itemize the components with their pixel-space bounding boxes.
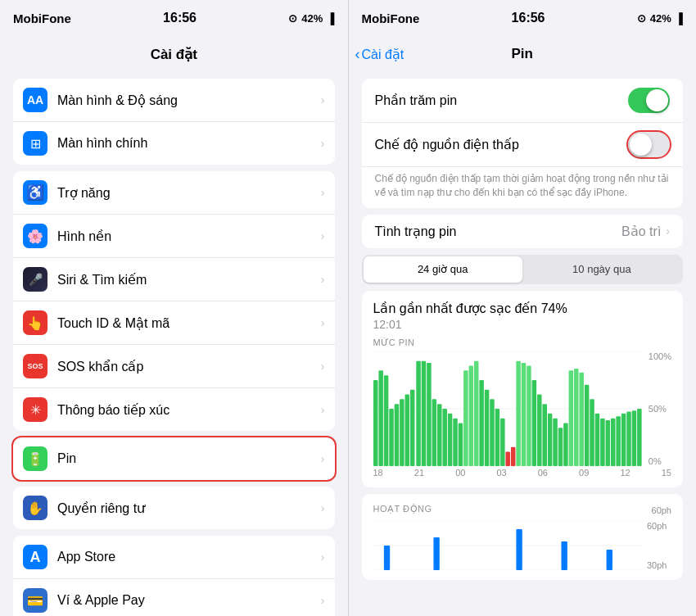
right-battery: 42% (650, 12, 671, 25)
settings-section-misc: ♿ Trợ năng › 🌸 Hình nền › 🎤 Siri & Tìm k… (13, 171, 335, 431)
left-time: 16:56 (163, 11, 197, 25)
chart-label: MỨC PIN (373, 337, 672, 348)
settings-item-man-hinh-do-sang[interactable]: AA Màn hình & Độ sáng › (13, 79, 335, 122)
chart-y-100: 100% (649, 351, 671, 361)
touch-id-label: Touch ID & Mật mã (57, 315, 321, 331)
svg-rect-20 (463, 370, 468, 466)
hoat-dong-header: HOẠT ĐỘNG 60ph (373, 504, 672, 518)
tinh-trang-chevron: › (666, 224, 670, 238)
svg-rect-33 (531, 380, 536, 466)
svg-rect-30 (516, 360, 521, 465)
hoat-dong-chart-container: 60ph 30ph (373, 521, 672, 570)
svg-rect-47 (605, 420, 610, 466)
left-battery-icon: ▐ (327, 12, 334, 25)
settings-item-siri[interactable]: 🎤 Siri & Tìm kiếm › (13, 258, 335, 301)
left-battery-area: ⊙ 42% ▐ (288, 12, 334, 25)
svg-rect-46 (600, 418, 605, 465)
settings-item-pin[interactable]: 🔋 Pin › (13, 437, 335, 480)
svg-rect-29 (510, 446, 515, 465)
chevron-icon: › (321, 93, 325, 106)
x-label-21: 21 (414, 468, 424, 478)
chevron-icon: › (321, 403, 325, 416)
hoat-dong-y-labels: 60ph 30ph (647, 521, 671, 570)
svg-rect-50 (621, 413, 626, 465)
svg-rect-43 (584, 384, 589, 465)
svg-rect-22 (473, 360, 478, 465)
settings-item-app-store[interactable]: A App Store › (13, 536, 335, 579)
svg-rect-39 (563, 423, 568, 466)
x-label-18: 18 (373, 468, 383, 478)
hoat-dong-label: HOẠT ĐỘNG (373, 504, 432, 514)
svg-rect-17 (447, 413, 452, 465)
chart-x-labels: 18 21 00 03 06 09 12 15 (373, 466, 672, 478)
hinh-nen-label: Hình nền (57, 229, 321, 244)
svg-rect-19 (458, 423, 463, 466)
quyen-rieng-tu-label: Quyền riêng tư (57, 500, 321, 516)
settings-item-vi-apple-pay[interactable]: 💳 Ví & Apple Pay › (13, 579, 335, 616)
che-do-label: Chế độ nguồn điện thấp (375, 137, 629, 152)
svg-rect-9 (404, 394, 409, 466)
back-label: Cài đặt (362, 47, 404, 62)
man-hinh-do-sang-label: Màn hình & Độ sáng (57, 93, 321, 108)
settings-section-store: A App Store › 💳 Ví & Apple Pay › (13, 536, 335, 616)
tab-10ngay[interactable]: 10 ngày qua (522, 256, 681, 283)
che-do-toggle[interactable] (628, 132, 670, 157)
charge-time: 12:01 (373, 318, 672, 331)
svg-rect-11 (416, 360, 421, 465)
hoat-dong-right-label: 60ph (652, 505, 671, 515)
toggles-section: Phần trăm pin Chế độ nguồn điện thấp Chế… (362, 79, 684, 208)
battery-chart-svg: ⚡ ⚡ (373, 351, 644, 466)
hoat-dong-svg (373, 521, 644, 570)
battery-chart-area: ⚡ ⚡ (373, 351, 644, 466)
man-hinh-chinh-label: Màn hình chính (57, 136, 321, 151)
left-panel: MobiFone 16:56 ⊙ 42% ▐ Cài đặt AA Màn hì… (0, 0, 348, 616)
settings-item-tro-nang[interactable]: ♿ Trợ năng › (13, 171, 335, 215)
tinh-trang-row[interactable]: Tình trạng pin Bảo trì › (362, 215, 684, 248)
vi-apple-pay-label: Ví & Apple Pay (57, 593, 321, 608)
chevron-icon: › (321, 360, 325, 373)
svg-rect-3 (373, 380, 378, 466)
svg-rect-42 (579, 372, 584, 465)
tab-24gio[interactable]: 24 giờ qua (364, 256, 522, 283)
toggle-description: Chế độ nguồn điện thấp tạm thời giảm hoạ… (362, 167, 684, 208)
svg-rect-21 (468, 365, 473, 466)
svg-rect-25 (490, 399, 495, 466)
svg-rect-40 (568, 370, 573, 466)
settings-item-touch-id[interactable]: 👆 Touch ID & Mật mã › (13, 301, 335, 345)
svg-rect-59 (383, 546, 389, 570)
che-do-toggle-knob (630, 134, 652, 156)
x-label-00: 00 (455, 468, 465, 478)
left-nav-bar: Cài đặt (0, 36, 348, 72)
svg-rect-48 (610, 418, 615, 465)
svg-rect-36 (547, 413, 552, 465)
right-nav-bar: ‹ Cài đặt Pin (349, 36, 697, 72)
settings-item-sos[interactable]: SOS SOS khẩn cấp › (13, 345, 335, 388)
tro-nang-icon: ♿ (23, 180, 47, 205)
settings-section-privacy: ✋ Quyền riêng tư › (13, 487, 335, 529)
settings-item-hinh-nen[interactable]: 🌸 Hình nền › (13, 215, 335, 258)
right-status-bar: MobiFone 16:56 ⊙ 42% ▐ (349, 0, 697, 36)
phan-tram-toggle[interactable] (628, 88, 670, 113)
settings-section-pin: 🔋 Pin › (13, 437, 335, 480)
svg-rect-8 (400, 399, 404, 466)
chevron-icon: › (321, 316, 325, 329)
svg-rect-60 (433, 537, 439, 570)
hoat-dong-chart (373, 521, 644, 570)
svg-rect-12 (421, 360, 426, 465)
thong-bao-icon: ✳ (23, 397, 47, 422)
settings-item-man-hinh-chinh[interactable]: ⊞ Màn hình chính › (13, 122, 335, 165)
svg-rect-27 (500, 418, 505, 465)
back-button[interactable]: ‹ Cài đặt (355, 46, 404, 63)
svg-rect-49 (616, 416, 621, 466)
svg-rect-7 (394, 404, 399, 466)
settings-item-thong-bao[interactable]: ✳ Thông báo tiếp xúc › (13, 388, 335, 431)
touch-id-icon: 👆 (23, 310, 47, 335)
hoat-dong-y-30: 30ph (647, 560, 671, 570)
left-carrier: MobiFone (13, 11, 71, 25)
settings-item-quyen-rieng-tu[interactable]: ✋ Quyền riêng tư › (13, 487, 335, 529)
vi-apple-pay-icon: 💳 (23, 588, 47, 613)
app-store-label: App Store (57, 550, 321, 564)
svg-rect-51 (626, 411, 631, 466)
chevron-icon: › (321, 273, 325, 286)
x-label-09: 09 (579, 468, 589, 478)
